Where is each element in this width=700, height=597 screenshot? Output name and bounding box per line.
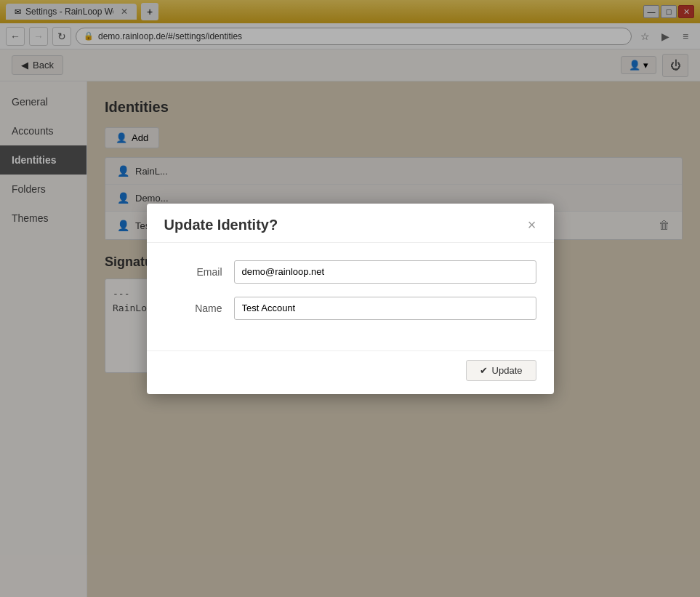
modal-footer: ✔ Update (147, 350, 554, 394)
email-input[interactable] (234, 260, 536, 284)
update-button[interactable]: ✔ Update (466, 360, 536, 381)
name-row: Name (164, 297, 536, 320)
name-input[interactable] (234, 297, 536, 320)
modal-title: Update Identity? (164, 217, 278, 233)
email-label: Email (164, 266, 222, 278)
modal-body: Email Name (147, 243, 554, 350)
email-row: Email (164, 260, 536, 284)
name-label: Name (164, 302, 222, 314)
update-button-label: Update (492, 365, 523, 376)
modal-overlay: Update Identity? × Email Name ✔ Update (0, 0, 700, 597)
modal-header: Update Identity? × (147, 204, 554, 243)
update-check-icon: ✔ (480, 365, 488, 376)
update-identity-modal: Update Identity? × Email Name ✔ Update (147, 204, 554, 394)
modal-close-button[interactable]: × (528, 217, 536, 232)
